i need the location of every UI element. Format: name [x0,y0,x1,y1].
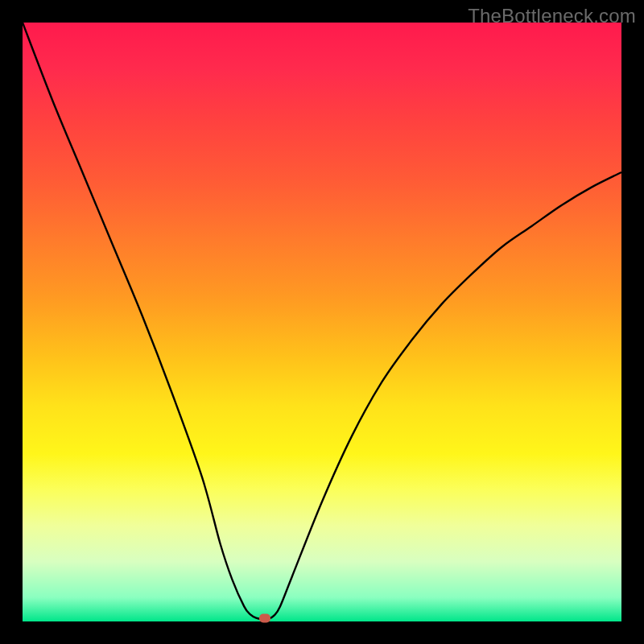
plot-area [23,23,621,621]
chart-frame: TheBottleneck.com [0,0,644,644]
curve-svg [23,23,621,621]
bottleneck-curve [23,23,621,619]
watermark-text: TheBottleneck.com [468,5,636,27]
minimum-marker [259,613,270,622]
